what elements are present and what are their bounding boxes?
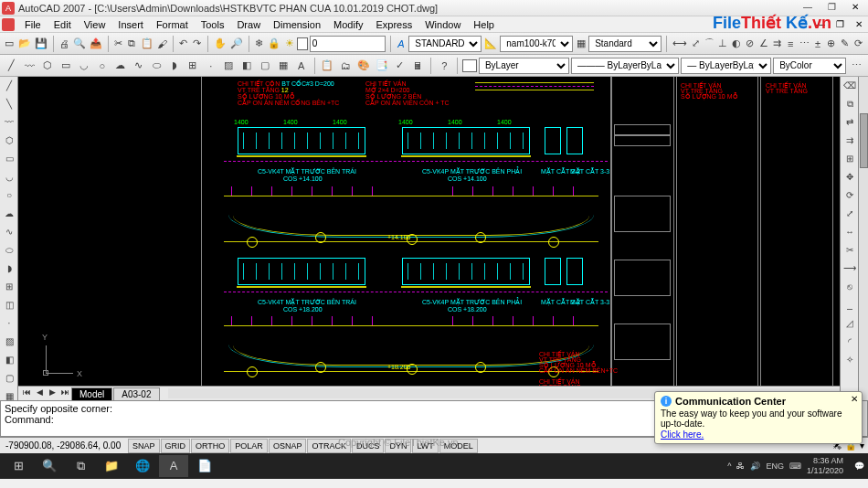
menu-file[interactable]: File [18, 17, 48, 32]
mod-array-icon[interactable]: ⊞ [842, 151, 858, 167]
tool-region-icon[interactable]: ▢ [1, 370, 17, 387]
dim-cont-icon[interactable]: ⋯ [799, 36, 810, 52]
taskview-button[interactable]: ⧉ [66, 455, 95, 477]
dim-aligned-icon[interactable]: ⤢ [690, 36, 702, 52]
dim-tol-icon[interactable]: ± [812, 36, 824, 52]
mod-copy-icon[interactable]: ⧉ [842, 96, 858, 112]
circle-icon[interactable]: ○ [94, 58, 111, 74]
tool-hatch-icon[interactable]: ▨ [1, 334, 17, 350]
dim-dia-icon[interactable]: ⊘ [744, 36, 756, 52]
tool-xline-icon[interactable]: ╲ [1, 96, 17, 112]
menu-window[interactable]: Window [418, 17, 467, 32]
tool-insert-icon[interactable]: ⊞ [1, 279, 17, 295]
model-viewport[interactable]: CHI TIẾT CỘN BT CỐC#3 D=200 VT TRÊ TĂNG … [18, 77, 840, 400]
balloon-close-button[interactable]: ✕ [851, 394, 858, 404]
qcalc-icon[interactable]: 🖩 [410, 58, 427, 74]
dim-edit-icon[interactable]: ✎ [839, 36, 851, 52]
dimstyle-combo[interactable]: nam100-k70-a3 [500, 36, 573, 52]
menu-edit[interactable]: Edit [48, 17, 78, 32]
lineweight-combo[interactable]: — ByLayerByLayer [681, 58, 771, 74]
region-icon[interactable]: ▢ [257, 58, 273, 74]
cut-icon[interactable]: ✂ [112, 36, 124, 52]
mod-stretch-icon[interactable]: ↔ [842, 224, 858, 240]
mod-scale-icon[interactable]: ⤢ [842, 206, 858, 222]
mod-rotate-icon[interactable]: ⟳ [842, 187, 858, 204]
tray-up-icon[interactable]: ^ [727, 461, 731, 471]
balloon-link[interactable]: Click here. [661, 430, 704, 440]
layer-combo[interactable]: 0 [310, 36, 386, 52]
tool-poly-icon[interactable]: ⬡ [1, 133, 17, 149]
save-icon[interactable]: 💾 [34, 36, 48, 52]
tool-spline-icon[interactable]: ∿ [1, 224, 17, 240]
linetype-combo[interactable]: ——— ByLayerByLayer [571, 58, 680, 74]
block-icon[interactable]: ⊞ [185, 58, 201, 74]
ellipse-arc-icon[interactable]: ◗ [166, 58, 183, 74]
preview-icon[interactable]: 🔍 [72, 36, 87, 52]
tab-next-icon[interactable]: ▶ [46, 387, 58, 400]
dim-linear-icon[interactable]: ⟷ [672, 36, 688, 52]
explorer-icon[interactable]: 📁 [97, 455, 126, 477]
spline-icon[interactable]: ∿ [131, 58, 147, 74]
undo-icon[interactable]: ↶ [178, 36, 190, 52]
publish-icon[interactable]: 📤 [89, 36, 103, 52]
tool-block-icon[interactable]: ◫ [1, 297, 17, 313]
tool-point-icon[interactable]: · [1, 315, 17, 332]
menu-tools[interactable]: Tools [195, 17, 231, 32]
toggle-polar[interactable]: POLAR [230, 439, 268, 453]
menu-draw[interactable]: Draw [230, 17, 267, 32]
table-icon[interactable]: ▦ [275, 58, 291, 74]
tablestyle-icon[interactable]: ▦ [575, 36, 587, 52]
tab-last-icon[interactable]: ⏭ [58, 387, 71, 400]
menu-format[interactable]: Format [150, 17, 195, 32]
vertical-scrollbar[interactable] [858, 77, 868, 400]
layer-color-swatch[interactable] [297, 37, 307, 50]
tab-layout1[interactable]: A03-02 [113, 387, 159, 400]
zoom-icon[interactable]: 🔎 [229, 36, 244, 52]
dimstyle-icon[interactable]: 📐 [483, 36, 498, 52]
help-icon[interactable]: ? [436, 58, 452, 74]
ltscale-icon[interactable]: ⋯ [848, 58, 864, 74]
dim-update-icon[interactable]: ⟳ [852, 36, 864, 52]
tool-cloud-icon[interactable]: ☁ [1, 206, 17, 222]
menu-express[interactable]: Express [369, 17, 418, 32]
toggle-snap[interactable]: SNAP [128, 439, 160, 453]
tool-arc-icon[interactable]: ◡ [1, 169, 17, 186]
color-swatch[interactable] [462, 59, 477, 72]
start-button[interactable]: ⊞ [4, 455, 33, 477]
pline-icon[interactable]: 〰 [22, 58, 38, 74]
sheet-icon[interactable]: 📑 [374, 58, 390, 74]
dim-rad-icon[interactable]: ◐ [730, 36, 742, 52]
point-icon[interactable]: · [203, 58, 219, 74]
dim-ang-icon[interactable]: ∠ [757, 36, 769, 52]
tray-net-icon[interactable]: 🖧 [736, 461, 745, 471]
open-icon[interactable]: 📂 [17, 36, 32, 52]
toggle-osnap[interactable]: OSNAP [269, 439, 307, 453]
close-button[interactable]: ✕ [844, 1, 866, 16]
doc-restore-button[interactable]: ❐ [831, 19, 850, 29]
redo-icon[interactable]: ↷ [191, 36, 203, 52]
tab-model[interactable]: Model [71, 387, 112, 400]
annot-a-icon[interactable]: A [395, 36, 407, 52]
tab-first-icon[interactable]: ⏮ [20, 387, 33, 400]
doc-close-button[interactable]: ✕ [850, 19, 868, 29]
new-icon[interactable]: ▭ [4, 36, 16, 52]
textstyle-combo[interactable]: STANDARD [408, 36, 482, 52]
tool-circle-icon[interactable]: ○ [1, 187, 17, 204]
markup-icon[interactable]: ✓ [392, 58, 408, 74]
tool-line-icon[interactable]: ╱ [1, 78, 17, 94]
mod-trim-icon[interactable]: ✂ [842, 242, 858, 259]
color-combo[interactable]: ByLayer [479, 58, 569, 74]
mod-offset-icon[interactable]: ⇉ [842, 133, 858, 149]
mod-chamfer-icon[interactable]: ◿ [842, 315, 858, 332]
menu-help[interactable]: Help [467, 17, 501, 32]
tool-earc-icon[interactable]: ◗ [1, 260, 17, 277]
tablestyle-combo[interactable]: Standard [588, 36, 662, 52]
mod-break-icon[interactable]: ⎋ [842, 279, 858, 295]
dim-base-icon[interactable]: ≡ [785, 36, 797, 52]
mod-move-icon[interactable]: ✥ [842, 169, 858, 186]
tray-lang[interactable]: ENG [766, 461, 784, 471]
toggle-grid[interactable]: GRID [161, 439, 191, 453]
layer-freeze-icon[interactable]: ❄ [254, 36, 266, 52]
arc-icon[interactable]: ◡ [76, 58, 92, 74]
tray-input-icon[interactable]: ⌨ [789, 461, 801, 471]
